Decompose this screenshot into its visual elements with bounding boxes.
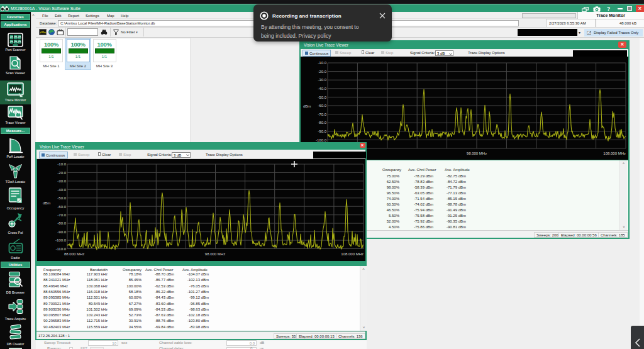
svg-text:-50.0: -50.0 — [318, 96, 326, 99]
svg-text:-70.0: -70.0 — [318, 113, 326, 116]
svg-text:-80.0: -80.0 — [318, 121, 326, 125]
svg-text:-60.0: -60.0 — [318, 104, 326, 108]
svg-text:-60.0: -60.0 — [57, 205, 66, 209]
svg-text:-40.0: -40.0 — [57, 188, 66, 192]
svg-text:-30.0: -30.0 — [57, 179, 66, 183]
svg-text:dBm: dBm — [303, 104, 311, 108]
svg-text:88.000 MHz: 88.000 MHz — [64, 252, 84, 256]
svg-text:-50.0: -50.0 — [57, 196, 66, 200]
svg-text:-10.0: -10.0 — [57, 162, 66, 166]
svg-text:-70.0: -70.0 — [57, 213, 66, 217]
svg-text:-80.0: -80.0 — [57, 221, 66, 225]
svg-text:-40.0: -40.0 — [318, 87, 326, 91]
svg-text:-90.0: -90.0 — [57, 230, 66, 234]
svg-text:dBm: dBm — [43, 201, 50, 205]
svg-text:-20.0: -20.0 — [318, 70, 326, 74]
svg-text:-100.0: -100.0 — [316, 138, 327, 142]
svg-text:-20.0: -20.0 — [57, 171, 66, 175]
svg-text:-90.0: -90.0 — [318, 130, 326, 133]
svg-text:98.000 MHz: 98.000 MHz — [467, 152, 487, 155]
svg-text:-10.0: -10.0 — [318, 61, 326, 65]
svg-text:108.000 MHz: 108.000 MHz — [603, 152, 626, 155]
svg-text:-30.0: -30.0 — [318, 78, 326, 82]
svg-text:108.000 MHz: 108.000 MHz — [341, 252, 364, 256]
svg-text:-100.0: -100.0 — [55, 238, 67, 242]
svg-text:-110.0: -110.0 — [55, 247, 66, 251]
svg-text:98.000 MHz: 98.000 MHz — [205, 252, 225, 256]
